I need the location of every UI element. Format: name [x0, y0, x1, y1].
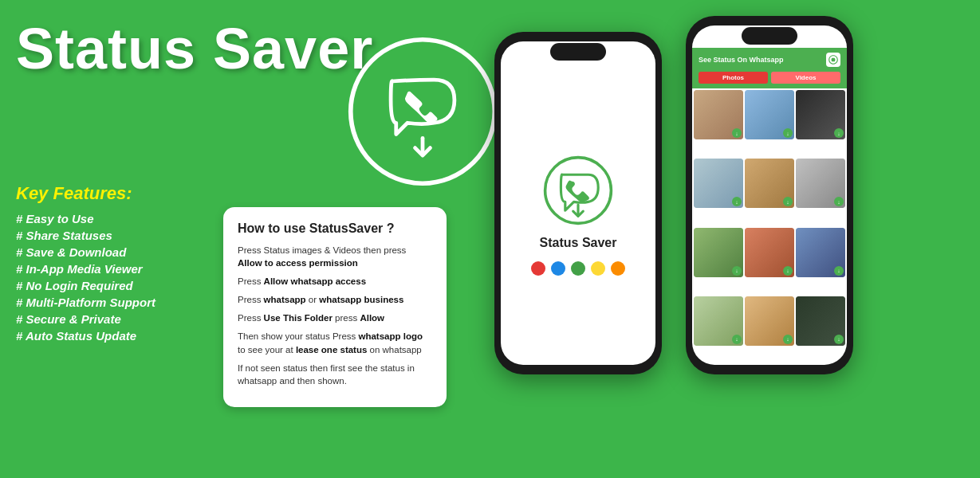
phone2-body: See Status On Whatsapp Photos Videos ↓	[686, 16, 853, 374]
title-section: Status Saver	[16, 16, 373, 81]
phone1-dots	[531, 261, 625, 276]
dot-yellow	[591, 261, 605, 276]
feature-item-3: # Save & Download	[16, 245, 155, 259]
feature-item-8: # Auto Status Update	[16, 329, 155, 343]
feature-item-5: # No Login Required	[16, 279, 155, 292]
phone2-screen: See Status On Whatsapp Photos Videos ↓	[692, 25, 847, 365]
phone2-notch	[742, 27, 797, 45]
download-icon-1[interactable]: ↓	[732, 128, 742, 138]
phone2-header: See Status On Whatsapp	[692, 48, 847, 72]
phone1-body: Status Saver	[494, 32, 662, 374]
how-to-step-6: If not seen status then first see the st…	[238, 362, 432, 387]
photo-cell-12: ↓	[796, 296, 845, 346]
phone1-app-title: Status Saver	[540, 236, 617, 250]
how-to-step-3: Press whatsapp or whatsapp business	[238, 293, 432, 306]
whatsapp-icon-area	[335, 24, 510, 199]
how-to-step-5: Then show your status Press whatsapp log…	[238, 330, 432, 355]
download-icon-10[interactable]: ↓	[732, 335, 742, 344]
photo-cell-8: ↓	[745, 228, 794, 277]
how-to-title: How to use StatusSaver ?	[238, 221, 432, 236]
how-to-step-1: Press Status images & Videos then press …	[238, 244, 432, 269]
dot-green	[571, 261, 585, 276]
features-heading: Key Features:	[16, 183, 155, 204]
feature-item-1: # Easy to Use	[16, 212, 155, 225]
photo-grid: ↓ ↓ ↓ ↓ ↓	[692, 88, 847, 365]
svg-point-0	[351, 40, 495, 184]
feature-item-4: # In-App Media Viewer	[16, 262, 155, 276]
tab-videos[interactable]: Videos	[771, 72, 840, 84]
phone1: Status Saver	[494, 32, 662, 374]
how-to-step-2: Press Allow whatsapp access	[238, 275, 432, 288]
dot-blue	[551, 261, 565, 276]
download-icon-2[interactable]: ↓	[783, 128, 793, 138]
feature-item-6: # Multi-Platform Support	[16, 296, 155, 309]
photo-cell-9: ↓	[796, 228, 845, 277]
photo-cell-3: ↓	[796, 90, 845, 139]
download-icon-7[interactable]: ↓	[732, 266, 742, 276]
main-title: Status Saver	[16, 16, 373, 81]
photo-cell-1: ↓	[694, 90, 743, 139]
tab-photos[interactable]: Photos	[699, 72, 768, 84]
download-icon-3[interactable]: ↓	[834, 128, 844, 138]
download-icon-11[interactable]: ↓	[783, 335, 793, 344]
download-icon-8[interactable]: ↓	[783, 266, 793, 276]
whatsapp-circle-icon	[347, 36, 498, 187]
phone1-notch	[550, 43, 606, 61]
feature-item-2: # Share Statuses	[16, 229, 155, 242]
dot-red	[531, 261, 545, 276]
feature-item-7: # Secure & Private	[16, 312, 155, 326]
photo-cell-11: ↓	[745, 296, 794, 346]
phone2-header-title: See Status On Whatsapp	[699, 56, 784, 64]
whatsapp-header-icon	[826, 53, 840, 67]
phone1-content: Status Saver	[531, 131, 625, 276]
phone1-app-icon	[542, 155, 614, 226]
how-to-card: How to use StatusSaver ? Press Status im…	[223, 207, 447, 407]
photo-cell-6: ↓	[796, 159, 845, 208]
features-section: Key Features: # Easy to Use # Share Stat…	[16, 183, 155, 346]
photo-cell-7: ↓	[694, 228, 743, 277]
photo-cell-4: ↓	[694, 159, 743, 208]
how-to-step-4: Press Use This Folder press Allow	[238, 311, 432, 324]
photo-cell-5: ↓	[745, 159, 794, 208]
phone2: See Status On Whatsapp Photos Videos ↓	[686, 16, 853, 374]
download-icon-9[interactable]: ↓	[834, 266, 844, 276]
phone1-screen: Status Saver	[501, 41, 655, 365]
dot-orange	[611, 261, 625, 276]
download-icon-12[interactable]: ↓	[834, 335, 844, 344]
photo-cell-10: ↓	[694, 296, 743, 346]
phone2-tabs: Photos Videos	[692, 72, 847, 88]
photo-cell-2: ↓	[745, 90, 794, 139]
